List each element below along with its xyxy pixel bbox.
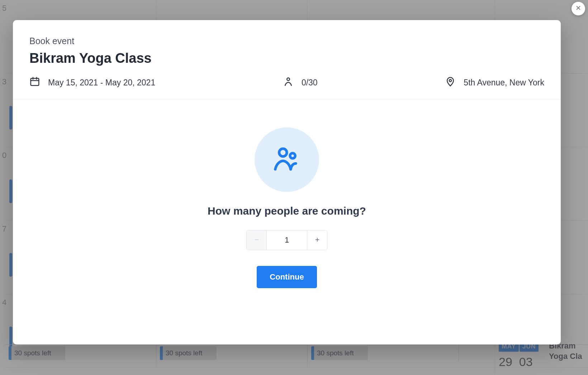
people-illustration <box>255 127 319 192</box>
modal-meta-row: May 15, 2021 - May 20, 2021 0/30 5th Ave… <box>29 76 544 89</box>
plus-icon <box>314 236 321 244</box>
svg-point-9 <box>290 153 295 158</box>
svg-point-6 <box>287 78 290 81</box>
quantity-question: How many people are coming? <box>208 205 366 217</box>
location-pin-icon <box>445 76 456 89</box>
modal-body: How many people are coming? 1 Continue <box>13 99 561 344</box>
quantity-stepper: 1 <box>246 230 327 250</box>
meta-date-text: May 15, 2021 - May 20, 2021 <box>48 78 155 88</box>
close-button[interactable] <box>572 2 585 15</box>
modal-title: Bikram Yoga Class <box>29 51 544 66</box>
calendar-icon <box>29 76 40 89</box>
meta-date: May 15, 2021 - May 20, 2021 <box>29 76 155 89</box>
svg-rect-2 <box>31 78 39 85</box>
decrement-button[interactable] <box>247 230 267 250</box>
book-event-modal: Book event Bikram Yoga Class May 15, 202… <box>13 20 561 344</box>
svg-point-8 <box>279 149 287 156</box>
meta-attendance: 0/30 <box>283 76 318 89</box>
close-icon <box>575 4 582 13</box>
minus-icon <box>253 236 260 244</box>
modal-header: Book event Bikram Yoga Class May 15, 202… <box>13 20 561 99</box>
meta-attendance-text: 0/30 <box>302 78 318 88</box>
person-icon <box>283 76 294 89</box>
meta-location: 5th Avenue, New York <box>445 76 544 89</box>
svg-point-7 <box>449 79 451 81</box>
people-group-icon <box>271 144 302 176</box>
quantity-value: 1 <box>267 230 307 250</box>
continue-button[interactable]: Continue <box>257 266 317 288</box>
increment-button[interactable] <box>307 230 327 250</box>
meta-location-text: 5th Avenue, New York <box>464 78 544 88</box>
modal-eyebrow: Book event <box>29 36 544 46</box>
